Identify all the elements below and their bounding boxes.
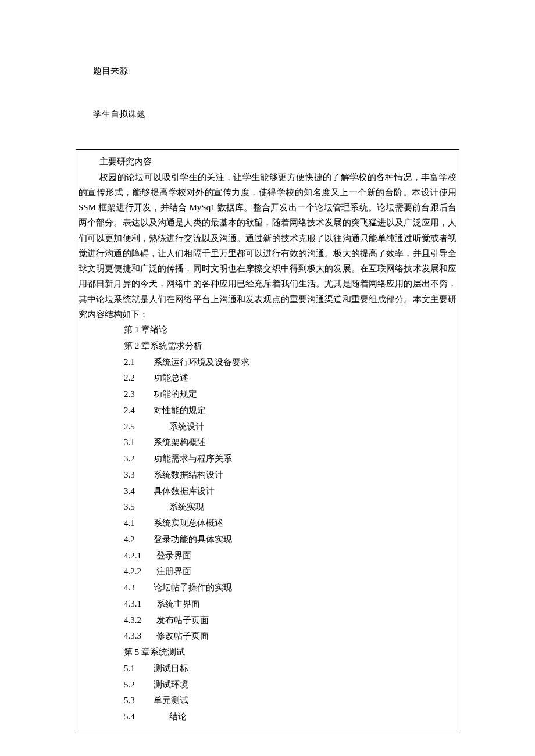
- toc-item-number: 5.2: [124, 677, 154, 693]
- toc-item: 3.5系统实现: [124, 499, 456, 515]
- toc-item-number: 3.1: [124, 435, 154, 451]
- toc-item-number: 2.2: [124, 370, 154, 386]
- toc-item: 3.4具体数据库设计: [124, 483, 456, 500]
- toc-item: 4.3论坛帖子操作的实现: [124, 580, 456, 596]
- toc-item-number: 5.4: [124, 709, 169, 725]
- toc-item-text: 系统架构概述: [154, 438, 206, 447]
- toc-item-text: 系统主界面: [156, 599, 200, 608]
- toc-item-number: 4.2.1: [124, 548, 156, 564]
- toc-item-text: 注册界面: [156, 567, 191, 576]
- toc-item: 2.2功能总述: [124, 370, 456, 386]
- toc-item-number: 4.3.2: [124, 612, 156, 629]
- toc-item: 4.3.3修改帖子页面: [124, 628, 456, 644]
- toc-item-number: 5.3: [124, 693, 154, 709]
- toc-item: 2.5系统设计: [124, 419, 456, 435]
- toc-item-text: 系统设计: [169, 422, 204, 431]
- toc-item: 5.2测试环境: [124, 677, 456, 693]
- label-source: 题目来源: [76, 64, 459, 79]
- toc-item-text: 测试目标: [154, 664, 188, 673]
- toc-item: 2.3功能的规定: [124, 386, 456, 403]
- toc-item-number: 4.3: [124, 580, 154, 596]
- toc-item-number: 4.2.2: [124, 564, 156, 580]
- toc-item: 4.2登录功能的具体实现: [124, 532, 456, 548]
- toc-item-number: 2.3: [124, 386, 154, 403]
- toc-item-number: 3.3: [124, 467, 154, 483]
- toc-item-text: 论坛帖子操作的实现: [154, 583, 232, 592]
- research-title: 主要研究内容: [79, 155, 456, 170]
- toc-item: 3.1系统架构概述: [124, 435, 456, 451]
- toc-item-number: 2.4: [124, 403, 154, 419]
- toc-item: 5.4结论: [124, 709, 456, 725]
- toc-item-number: 2.5: [124, 419, 169, 435]
- toc-item-number: 4.1: [124, 515, 154, 532]
- toc-item-number: 3.5: [124, 499, 169, 515]
- research-intro: 校园的论坛可以吸引学生的关注，让学生能够更方便快捷的了解学校的各种情况，丰富学校…: [79, 170, 456, 323]
- toc-item: 第 1 章绪论: [124, 322, 456, 338]
- toc-item-text: 功能总述: [154, 373, 188, 382]
- toc-item: 2.4对性能的规定: [124, 403, 456, 419]
- toc-item-text: 对性能的规定: [154, 406, 206, 415]
- toc-item: 第 2 章系统需求分析: [124, 338, 456, 354]
- toc-item-text: 登录功能的具体实现: [154, 535, 232, 544]
- toc-item-number: 4.2: [124, 532, 154, 548]
- toc-item: 4.1系统实现总体概述: [124, 515, 456, 532]
- toc-item-number: 3.4: [124, 483, 154, 500]
- toc-item-text: 功能的规定: [154, 389, 197, 399]
- toc-item-text: 第 5 章系统测试: [124, 647, 185, 657]
- toc-item: 4.2.2注册界面: [124, 564, 456, 580]
- toc-item: 4.2.1登录界面: [124, 548, 456, 564]
- toc-item: 第 5 章系统测试: [124, 644, 456, 661]
- toc-item-number: 5.1: [124, 661, 154, 677]
- toc-item-text: 具体数据库设计: [154, 486, 215, 496]
- toc-item: 5.3单元测试: [124, 693, 456, 709]
- toc-item-number: 2.1: [124, 354, 154, 371]
- toc-item: 5.1测试目标: [124, 661, 456, 677]
- toc-item-text: 系统实现总体概述: [154, 518, 223, 528]
- toc-item-text: 功能需求与程序关系: [154, 454, 232, 463]
- toc-item: 2.1系统运行环境及设备要求: [124, 354, 456, 371]
- toc-list: 第 1 章绪论第 2 章系统需求分析2.1系统运行环境及设备要求2.2功能总述2…: [79, 322, 456, 725]
- toc-item-text: 第 2 章系统需求分析: [124, 341, 202, 350]
- toc-item: 4.3.1系统主界面: [124, 596, 456, 612]
- toc-item-text: 第 1 章绪论: [124, 325, 167, 334]
- toc-item-text: 修改帖子页面: [156, 631, 209, 640]
- toc-item-text: 系统运行环境及设备要求: [154, 357, 249, 367]
- toc-item-text: 登录界面: [156, 551, 191, 560]
- toc-item: 3.2功能需求与程序关系: [124, 451, 456, 467]
- toc-item: 4.3.2发布帖子页面: [124, 612, 456, 629]
- toc-item-text: 系统实现: [169, 502, 204, 511]
- toc-item-text: 结论: [169, 712, 187, 721]
- toc-item-text: 发布帖子页面: [156, 615, 209, 625]
- toc-item: 3.3系统数据结构设计: [124, 467, 456, 483]
- toc-item-text: 系统数据结构设计: [154, 470, 223, 479]
- toc-item-text: 单元测试: [154, 696, 188, 705]
- toc-item-number: 4.3.3: [124, 628, 156, 644]
- research-content-box: 主要研究内容 校园的论坛可以吸引学生的关注，让学生能够更方便快捷的了解学校的各种…: [76, 149, 459, 730]
- toc-item-number: 3.2: [124, 451, 154, 467]
- label-topic: 学生自拟课题: [76, 107, 459, 122]
- toc-item-text: 测试环境: [154, 680, 188, 689]
- toc-item-number: 4.3.1: [124, 596, 156, 612]
